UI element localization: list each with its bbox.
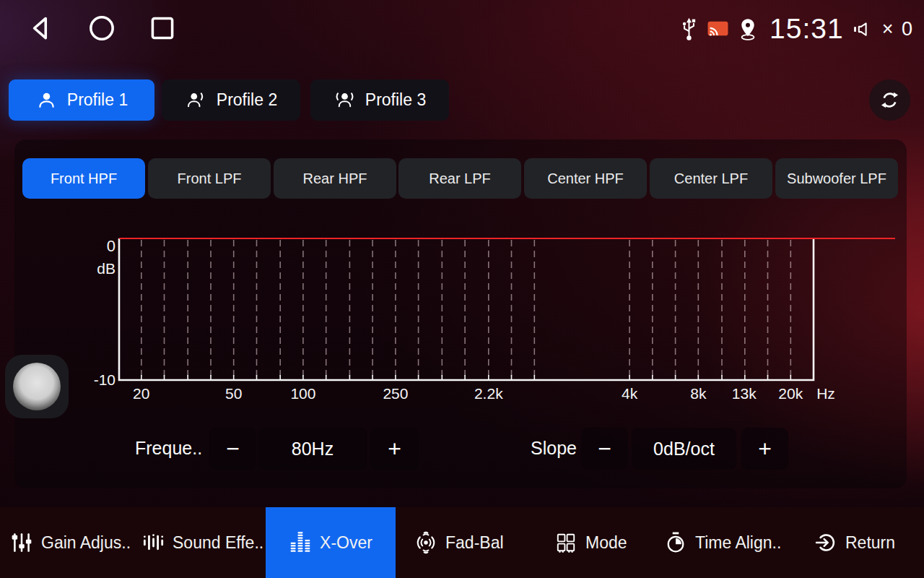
chart-svg: 0dB-1020501002502.2k4k8k13k20kHz (94, 230, 910, 419)
bottom-nav: Gain Adjus..Sound Effe..X-OverFad-BalMod… (0, 507, 924, 578)
recents-button[interactable] (146, 12, 179, 45)
y-axis-unit: dB (97, 260, 116, 277)
assistive-touch-knob-icon (13, 363, 61, 410)
status-bar: 15:31 × 0 (0, 0, 924, 59)
nav-item-label: Mode (585, 533, 627, 553)
profile-tab-3[interactable]: Profile 3 (310, 79, 449, 121)
nav-item-label: Return (845, 533, 895, 553)
frequency-minus-button[interactable]: − (209, 428, 256, 470)
filter-tab-label: Rear LPF (429, 171, 491, 187)
x-tick-label: 100 (290, 385, 315, 402)
return-icon (814, 531, 837, 554)
nav-item-label: Gain Adjus.. (41, 533, 131, 553)
assistive-touch-button[interactable] (5, 355, 69, 418)
filter-tab-rear-hpf[interactable]: Rear HPF (274, 158, 396, 199)
back-button[interactable] (25, 12, 58, 45)
x-tick-label: 13k (732, 385, 757, 402)
home-icon (85, 12, 118, 45)
filter-tab-rear-lpf[interactable]: Rear LPF (398, 158, 521, 199)
nav-item-gain-adjus[interactable]: Gain Adjus.. (10, 507, 131, 578)
filter-tab-label: Center HPF (547, 171, 624, 187)
nav-item-label: Sound Effe.. (173, 533, 263, 553)
cast-icon (707, 20, 729, 39)
location-icon (737, 17, 759, 42)
person-voice-icon (185, 89, 207, 111)
refresh-icon (879, 89, 901, 111)
refresh-button[interactable] (869, 79, 910, 121)
x-tick-label: 8k (690, 385, 707, 402)
time-alignment-icon (664, 531, 687, 554)
profile-tab-2[interactable]: Profile 2 (162, 79, 300, 121)
slope-label: Slope (531, 438, 577, 459)
y-tick-label-max: 0 (107, 237, 116, 255)
nav-item-x-over[interactable]: X-Over (266, 507, 396, 578)
frequency-value: 80Hz (258, 428, 367, 470)
frequency-label: Freque.. (135, 438, 202, 459)
person-icon (35, 89, 58, 111)
nav-item-label: X-Over (320, 533, 372, 553)
volume-muted-icon (852, 18, 874, 40)
nav-item-return[interactable]: Return (814, 507, 895, 578)
x-tick-label: 2.2k (474, 385, 503, 402)
x-tick-label: 20 (133, 385, 149, 402)
nav-item-sound-effe[interactable]: Sound Effe.. (141, 507, 263, 578)
nav-item-label: Time Align.. (695, 533, 781, 553)
x-tick-label: 250 (383, 385, 408, 402)
chart-axes (119, 238, 814, 380)
filter-tab-label: Subwoofer LPF (787, 171, 886, 187)
sound-effects-icon (141, 531, 165, 554)
speaker-mode-icon (554, 531, 578, 554)
filter-tab-center-lpf[interactable]: Center LPF (650, 158, 772, 199)
profile-label: Profile 2 (217, 90, 277, 110)
head-unit-screen: 15:31 × 0 Profile 1Profile 2Profile 3 Fr… (0, 0, 924, 578)
x-tick-label: 50 (225, 385, 242, 402)
filter-tab-label: Center LPF (674, 171, 748, 187)
nav-item-fad-bal[interactable]: Fad-Bal (414, 507, 504, 578)
nav-item-time-align[interactable]: Time Align.. (664, 507, 781, 578)
filter-tab-front-lpf[interactable]: Front LPF (148, 158, 271, 199)
filter-tab-label: Rear HPF (303, 171, 367, 187)
x-tick-label: 20k (778, 385, 803, 402)
clock: 15:31 (770, 13, 844, 45)
filter-tab-subwoofer-lpf[interactable]: Subwoofer LPF (775, 158, 898, 199)
filter-tab-label: Front LPF (178, 171, 242, 187)
back-icon (25, 12, 58, 45)
slope-plus-button[interactable]: + (741, 428, 788, 470)
y-tick-label-min: -10 (94, 371, 116, 388)
recents-icon (146, 12, 179, 45)
x-tick-label: 4k (622, 385, 638, 402)
frequency-plus-button[interactable]: + (370, 428, 419, 470)
usb-icon (679, 16, 699, 42)
slope-minus-button[interactable]: − (581, 428, 628, 470)
profile-label: Profile 3 (365, 90, 426, 110)
x-axis-unit: Hz (816, 385, 835, 402)
nav-item-mode[interactable]: Mode (554, 507, 627, 578)
home-button[interactable] (85, 12, 118, 45)
filter-tab-front-hpf[interactable]: Front HPF (22, 158, 145, 199)
profile-tab-1[interactable]: Profile 1 (9, 79, 154, 121)
volume-level: × 0 (882, 18, 914, 40)
filter-tab-label: Front HPF (51, 171, 117, 187)
gain-adjust-icon (10, 531, 33, 554)
nav-item-label: Fad-Bal (445, 533, 504, 553)
filter-tab-center-hpf[interactable]: Center HPF (524, 158, 647, 199)
person-broadcast-icon (334, 89, 356, 111)
fader-balance-icon (414, 531, 437, 554)
frequency-response-chart: 0dB-1020501002502.2k4k8k13k20kHz (94, 230, 910, 419)
crossover-eq-icon (289, 531, 312, 554)
status-icons: 15:31 × 0 (679, 7, 914, 51)
profile-label: Profile 1 (67, 90, 128, 110)
slope-value: 0dB/oct (632, 428, 736, 470)
android-nav-buttons (25, 12, 179, 45)
